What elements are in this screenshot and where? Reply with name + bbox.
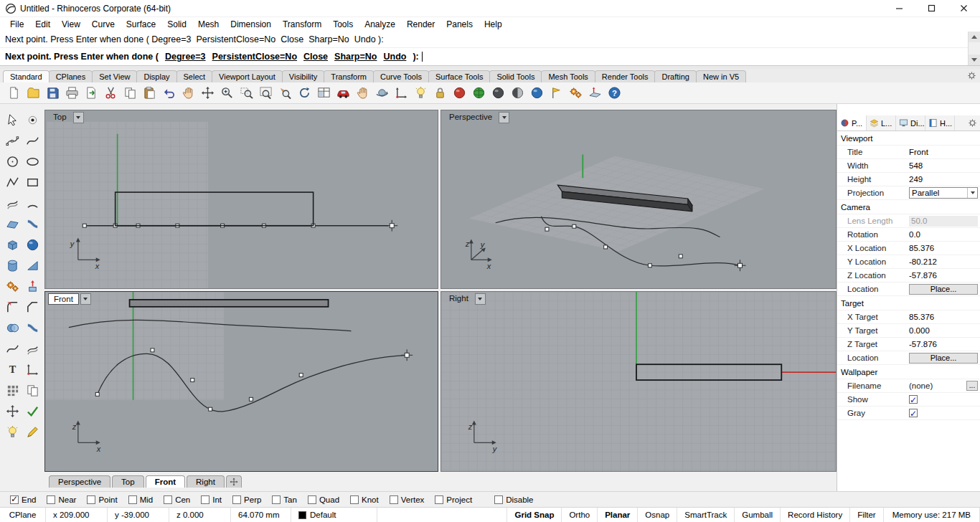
render-icon[interactable] — [450, 83, 469, 103]
toolbar-tab-solid-tools[interactable]: Solid Tools — [489, 70, 542, 82]
hide-icon[interactable] — [3, 423, 22, 442]
osnap-disable[interactable]: Disable — [494, 495, 533, 504]
zoom-window-icon[interactable] — [237, 83, 256, 103]
command-scrollbar[interactable] — [968, 32, 980, 65]
osnap-mid[interactable]: Mid — [128, 495, 154, 504]
panel-tab-properties[interactable]: P... — [837, 115, 867, 130]
toolbar-tab-cplanes[interactable]: CPlanes — [49, 70, 93, 82]
drawn-slab[interactable] — [130, 300, 329, 307]
viewport-tab-front[interactable]: Front — [146, 475, 185, 488]
what-command-icon[interactable] — [547, 83, 566, 103]
scroll-up-icon[interactable] — [969, 32, 980, 42]
viewport-perspective[interactable]: z y x Perspective — [440, 110, 837, 289]
osnap-perp[interactable]: Perp — [232, 495, 261, 504]
text-icon[interactable] — [3, 361, 22, 379]
toolbar-tab-viewport-layout[interactable]: Viewport Layout — [212, 70, 283, 82]
cplane-icon[interactable] — [392, 83, 411, 103]
command-line[interactable]: Next point. Press Enter when done ( Degr… — [0, 48, 980, 65]
menu-transform[interactable]: Transform — [277, 18, 327, 31]
y-location-value[interactable]: -80.212 — [908, 255, 980, 268]
surface-icon[interactable] — [3, 215, 22, 234]
viewport-front-menu-icon[interactable] — [80, 293, 91, 305]
cut-icon[interactable] — [101, 83, 121, 103]
control-point-curve-icon[interactable] — [3, 132, 22, 151]
osnap-end[interactable]: End — [10, 495, 36, 504]
distance-readout[interactable]: 64.070 mm — [231, 508, 291, 522]
memory-pane[interactable]: Memory use: 217 MB — [884, 508, 980, 522]
toolbar-tab-set-view[interactable]: Set View — [92, 70, 137, 82]
panel-tab-layers[interactable]: L... — [867, 115, 896, 130]
ellipse-icon[interactable] — [23, 153, 42, 171]
arc-icon[interactable] — [23, 194, 42, 213]
copy-icon[interactable] — [121, 83, 140, 103]
panel-tab-help[interactable]: H... — [925, 115, 955, 130]
viewport-right-title[interactable]: Right — [444, 293, 473, 305]
viewport-tab-perspective[interactable]: Perspective — [49, 475, 110, 488]
target-place-button[interactable]: Place... — [909, 353, 978, 364]
mesh-icon[interactable] — [3, 277, 22, 296]
smarttrack-pane[interactable]: SmartTrack — [677, 508, 735, 522]
camera-place-button[interactable]: Place... — [909, 284, 978, 295]
shaded-viewport-icon[interactable] — [489, 83, 508, 103]
cmd-option-close[interactable]: Close — [303, 48, 328, 65]
toolbar-tab-mesh-tools[interactable]: Mesh Tools — [541, 70, 595, 82]
menu-curve[interactable]: Curve — [86, 18, 121, 31]
menu-render[interactable]: Render — [401, 18, 440, 31]
rotation-value[interactable]: 0.0 — [908, 228, 980, 241]
z-target-value[interactable]: -57.876 — [908, 338, 980, 351]
osnap-pane[interactable]: Osnap — [638, 508, 677, 522]
interpolate-curve-icon[interactable] — [23, 132, 42, 151]
undo-icon[interactable] — [159, 83, 179, 103]
export-icon[interactable] — [82, 83, 101, 103]
cone-icon[interactable] — [23, 257, 42, 275]
layer-pane[interactable]: Default — [291, 508, 377, 522]
rotate-view-icon[interactable] — [372, 83, 392, 103]
panel-options-gear-icon[interactable] — [967, 118, 978, 128]
render-preview-icon[interactable] — [469, 83, 489, 103]
toolbar-tab-display[interactable]: Display — [136, 70, 176, 82]
menu-analyze[interactable]: Analyze — [359, 18, 401, 31]
osnap-int[interactable]: Int — [201, 495, 222, 504]
check-icon[interactable] — [23, 402, 42, 421]
osnap-point[interactable]: Point — [87, 495, 117, 504]
gumball-pane[interactable]: Gumball — [735, 508, 781, 522]
undo-view-change-icon[interactable] — [295, 83, 314, 103]
viewport-layout-icon[interactable] — [314, 83, 334, 103]
viewport-right[interactable]: z y Right — [440, 291, 837, 472]
z-location-value[interactable]: -57.876 — [908, 269, 980, 282]
set-cplane-icon[interactable] — [585, 83, 605, 103]
menu-view[interactable]: View — [56, 18, 86, 31]
osnap-knot[interactable]: Knot — [350, 495, 379, 504]
panel-tab-display[interactable]: Di... — [896, 115, 925, 130]
chamfer-icon[interactable] — [23, 298, 42, 317]
boolean-icon[interactable] — [3, 319, 22, 338]
toolbar-options-gear-icon[interactable] — [966, 70, 977, 81]
sphere-icon[interactable] — [23, 236, 42, 255]
projection-select[interactable]: Parallel — [909, 187, 978, 199]
toolbar-tab-visibility[interactable]: Visibility — [282, 70, 325, 82]
planar-pane[interactable]: Planar — [598, 508, 638, 522]
gumball-icon[interactable] — [3, 402, 22, 421]
array-icon[interactable] — [3, 381, 22, 400]
group-icon[interactable] — [23, 381, 42, 400]
filter-pane[interactable]: Filter — [850, 508, 884, 522]
minimize-button[interactable] — [883, 0, 915, 17]
x-location-value[interactable]: 85.376 — [908, 242, 980, 255]
title-value[interactable]: Front — [908, 146, 980, 158]
osnap-cen[interactable]: Cen — [164, 495, 190, 504]
viewport-tab-right[interactable]: Right — [187, 475, 225, 488]
grid-snap-pane[interactable]: Grid Snap — [507, 508, 562, 522]
zoom-extents-icon[interactable] — [256, 83, 275, 103]
print-icon[interactable] — [62, 83, 82, 103]
record-history-pane[interactable]: Record History — [781, 508, 850, 522]
height-value[interactable]: 249 — [908, 173, 980, 186]
options-icon[interactable] — [566, 83, 585, 103]
toolbar-tab-standard[interactable]: Standard — [3, 70, 50, 82]
x-coordinate[interactable]: x 209.000 — [46, 508, 108, 522]
toolbar-tab-new-in-v5[interactable]: New in V5 — [696, 70, 746, 82]
curve-from-object-icon[interactable] — [3, 340, 22, 359]
maximize-button[interactable] — [915, 0, 948, 17]
viewport-perspective-title[interactable]: Perspective — [444, 112, 497, 123]
toolbar-tab-select[interactable]: Select — [176, 70, 213, 82]
menu-dimension[interactable]: Dimension — [225, 18, 277, 31]
